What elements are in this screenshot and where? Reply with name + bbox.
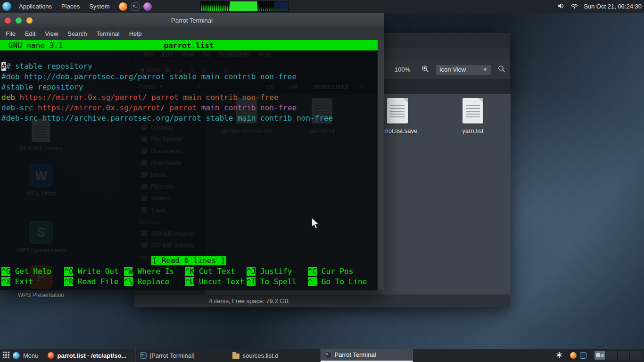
shortcut-label: Uncut Text bbox=[194, 277, 244, 286]
terminal-icon[interactable] bbox=[131, 2, 140, 11]
shortcut-label: Write Out bbox=[73, 267, 118, 276]
terminal-menu-view[interactable]: View bbox=[40, 30, 63, 37]
clock[interactable]: Sun Oct 21, 06:24:30 bbox=[584, 3, 642, 10]
text-editor-icon bbox=[48, 352, 54, 359]
shortcut-key: ^C bbox=[308, 267, 317, 276]
status-bar: 4 items, Free space: 79.2 GB bbox=[134, 295, 510, 307]
panel-menu-places[interactable]: Places bbox=[57, 0, 84, 13]
terminal-tray-icon[interactable] bbox=[580, 352, 586, 359]
chevron-down-icon: ▼ bbox=[483, 67, 487, 72]
terminal-icon bbox=[140, 352, 147, 359]
shortcut-key: ^J bbox=[247, 267, 256, 276]
workspace-4[interactable] bbox=[629, 351, 641, 360]
workspace-switcher bbox=[594, 351, 641, 360]
shortcut-label: To Spell bbox=[256, 277, 297, 286]
close-window-button[interactable] bbox=[5, 17, 11, 24]
network-icon[interactable] bbox=[570, 2, 578, 11]
nano-status-message: [ Read 6 lines ] bbox=[151, 256, 226, 265]
volume-icon[interactable] bbox=[557, 2, 565, 11]
terminal-window: Parrot Terminal FileEditViewSearchTermin… bbox=[0, 13, 384, 290]
taskbar-window-parrot-list-etc-apt-so-[interactable]: parrot.list - /etc/apt/so... bbox=[43, 349, 136, 362]
panel-menu-system[interactable]: System bbox=[84, 0, 114, 13]
parrot-logo-icon[interactable] bbox=[2, 2, 11, 11]
firefox-icon[interactable] bbox=[119, 2, 127, 11]
nano-line: deb-src https://mirror.0x.sg/parrot/ par… bbox=[1, 103, 376, 114]
nano-shortcut[interactable]: ^\ Replace bbox=[124, 277, 185, 288]
nano-shortcut[interactable]: ^G Get Help bbox=[1, 267, 64, 277]
minimize-window-button[interactable] bbox=[26, 17, 33, 24]
desktop-icon-label: WPS Presentation bbox=[18, 292, 64, 298]
menu-button[interactable]: Menu bbox=[23, 352, 39, 359]
shortcut-key: ^G bbox=[1, 267, 10, 276]
desktop-screen: README.licenceWWPS WriterSWPS Spreadshee… bbox=[0, 0, 644, 362]
nano-shortcut[interactable]: ^O Write Out bbox=[64, 267, 124, 277]
taskbar: Menu parrot.list - /etc/apt/so...[Parrot… bbox=[0, 349, 644, 362]
workspace-2[interactable] bbox=[606, 351, 618, 360]
taskbar-window-sources-list-d[interactable]: sources.list.d bbox=[228, 349, 321, 362]
shortcut-key: ^\ bbox=[124, 277, 133, 286]
folder-icon bbox=[232, 354, 239, 359]
task-label: [Parrot Terminal] bbox=[150, 352, 195, 359]
view-mode-select[interactable]: Icon View ▼ bbox=[436, 64, 491, 75]
cpu-graph bbox=[201, 1, 230, 11]
terminal-icon bbox=[325, 352, 331, 358]
terminal-menu-terminal[interactable]: Terminal bbox=[92, 30, 124, 37]
document-icon bbox=[387, 98, 408, 123]
window-list: parrot.list - /etc/apt/so...[Parrot Term… bbox=[43, 349, 413, 362]
shortcut-key: ^R bbox=[64, 277, 73, 286]
taskbar-left: Menu bbox=[0, 349, 43, 362]
package-icon[interactable] bbox=[143, 2, 152, 11]
file-name: yarn.list bbox=[462, 127, 484, 134]
terminal-scrollbar[interactable] bbox=[378, 40, 384, 290]
parrot-tray-icon[interactable] bbox=[570, 352, 577, 359]
top-panel: ApplicationsPlacesSystem Sun Oct 21, 06:… bbox=[0, 0, 644, 13]
memory-graph bbox=[230, 1, 257, 11]
nano-shortcut[interactable]: ^R Read File bbox=[64, 277, 124, 288]
panel-status-area: Sun Oct 21, 06:24:30 bbox=[557, 0, 642, 13]
task-label: Parrot Terminal bbox=[335, 351, 376, 358]
panel-menu-applications[interactable]: Applications bbox=[14, 0, 57, 13]
view-mode-value: Icon View bbox=[439, 66, 466, 73]
shortcut-label: Where Is bbox=[133, 267, 174, 276]
terminal-menubar: FileEditViewSearchTerminalHelp bbox=[0, 27, 384, 40]
nano-shortcut[interactable]: ^T To Spell bbox=[247, 277, 308, 288]
nano-shortcut[interactable]: ^U Uncut Text bbox=[185, 277, 247, 288]
nano-shortcut[interactable]: ^_ Go To Line bbox=[308, 277, 377, 288]
shortcut-label: Get Help bbox=[10, 267, 51, 276]
notifications-icon[interactable] bbox=[556, 352, 562, 360]
shortcut-key: ^X bbox=[1, 277, 10, 286]
terminal-menu-file[interactable]: File bbox=[1, 30, 20, 37]
workspace-1[interactable] bbox=[594, 351, 606, 360]
terminal-titlebar[interactable]: Parrot Terminal bbox=[0, 13, 384, 27]
nano-shortcut[interactable]: ^K Cut Text bbox=[185, 267, 247, 277]
shortcut-label: Cur Pos bbox=[317, 267, 353, 276]
nano-filename: parrot.list bbox=[164, 41, 214, 50]
nano-statusline: [ Read 6 lines ] bbox=[0, 256, 378, 265]
terminal-menu-search[interactable]: Search bbox=[63, 30, 91, 37]
terminal-menu-help[interactable]: Help bbox=[124, 30, 147, 37]
terminal-content[interactable]: GNU nano 3.1 parrot.list ## stable repos… bbox=[0, 40, 384, 290]
nano-shortcut[interactable]: ^X Exit bbox=[1, 277, 64, 288]
nano-editor-text: ## stable repository#deb http://deb.parr… bbox=[1, 62, 376, 124]
terminal-menu-edit[interactable]: Edit bbox=[20, 30, 40, 37]
nano-shortcut[interactable]: ^J Justify bbox=[247, 267, 308, 277]
nano-shortcut[interactable]: ^W Where Is bbox=[124, 267, 185, 277]
taskbar-window-parrot-terminal[interactable]: Parrot Terminal bbox=[321, 349, 413, 362]
maximize-window-button[interactable] bbox=[16, 17, 22, 24]
panel-launcher-group bbox=[119, 2, 152, 11]
swap-graph bbox=[274, 1, 288, 11]
workspace-3[interactable] bbox=[618, 351, 629, 360]
task-label: parrot.list - /etc/apt/so... bbox=[58, 352, 127, 359]
search-icon[interactable] bbox=[498, 65, 505, 74]
system-monitor-graph[interactable] bbox=[200, 1, 289, 12]
shortcut-key: ^_ bbox=[308, 277, 317, 286]
nano-shortcut[interactable]: ^C Cur Pos bbox=[308, 267, 377, 277]
shortcut-key: ^T bbox=[247, 277, 256, 286]
system-tray bbox=[567, 350, 589, 361]
taskbar-window--parrot-terminal-[interactable]: [Parrot Terminal] bbox=[136, 349, 228, 362]
nano-line: ## stable repository bbox=[1, 62, 376, 72]
file-yarn-list[interactable]: yarn.list bbox=[435, 98, 511, 134]
menu-logo-icon bbox=[13, 352, 20, 359]
show-desktop-grid-icon[interactable] bbox=[3, 352, 9, 360]
zoom-in-icon[interactable] bbox=[421, 65, 429, 74]
